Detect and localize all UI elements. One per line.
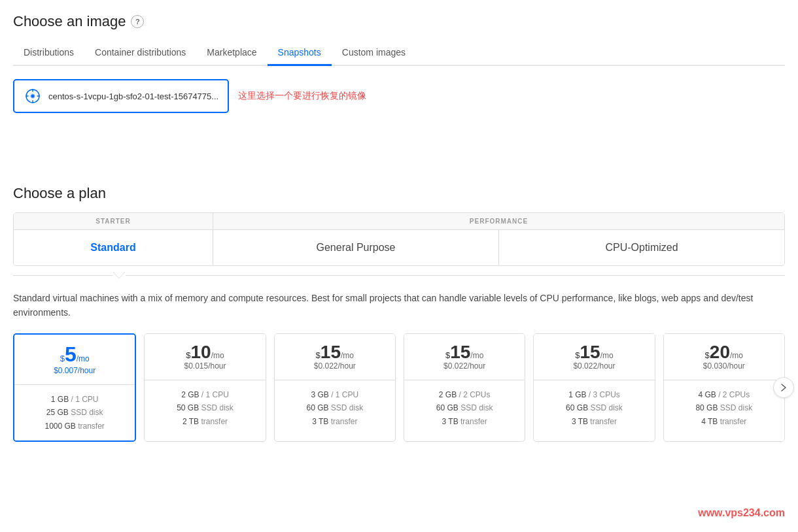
tab-container[interactable]: Container distributions [84, 41, 196, 66]
pricing-card-10[interactable]: $ 10 /mo $0.015/hour 2 GB / 1 CPU 50 GB … [144, 333, 266, 442]
plan-btn-cpu[interactable]: CPU-Optimized [499, 230, 784, 265]
tab-custom[interactable]: Custom images [332, 41, 416, 66]
pricing-card-20[interactable]: $ 20 /mo $0.030/hour 4 GB / 2 CPUs 80 GB… [663, 333, 785, 442]
snapshot-hint: 这里选择一个要进行恢复的镜像 [238, 90, 366, 102]
pricing-card-5[interactable]: $ 5 /mo $0.007/hour 1 GB / 1 CPU 25 GB S… [13, 333, 136, 442]
plan-description: Standard virtual machines with a mix of … [13, 284, 785, 320]
help-icon[interactable]: ? [131, 15, 144, 28]
plan-arrow [113, 269, 126, 282]
choose-plan-title: Choose a plan [13, 185, 785, 202]
plan-btn-general[interactable]: General Purpose [213, 230, 499, 265]
snapshot-icon [24, 87, 42, 105]
snapshot-item[interactable]: centos-s-1vcpu-1gb-sfo2-01-test-15674775… [13, 79, 229, 113]
image-tabs: Distributions Container distributions Ma… [13, 41, 785, 66]
next-arrow-button[interactable] [773, 377, 794, 398]
pricing-card-15b[interactable]: $ 15 /mo $0.022/hour 2 GB / 2 CPUs 60 GB… [404, 333, 525, 442]
pricing-cards: $ 5 /mo $0.007/hour 1 GB / 1 CPU 25 GB S… [13, 333, 785, 442]
plan-divider [13, 266, 785, 284]
svg-point-1 [31, 95, 35, 98]
starter-label: STARTER [14, 213, 213, 229]
choose-image-title: Choose an image ? [13, 13, 785, 30]
tab-distributions[interactable]: Distributions [13, 41, 84, 66]
snapshot-name: centos-s-1vcpu-1gb-sfo2-01-test-15674775… [48, 91, 218, 101]
tab-marketplace[interactable]: Marketplace [196, 41, 267, 66]
tab-snapshots[interactable]: Snapshots [268, 41, 332, 66]
pricing-section: $ 5 /mo $0.007/hour 1 GB / 1 CPU 25 GB S… [13, 333, 785, 442]
plan-buttons-row: Standard General Purpose CPU-Optimized [14, 230, 784, 265]
plan-btn-standard[interactable]: Standard [14, 230, 213, 265]
performance-label: PERFORMANCE [213, 213, 784, 229]
plan-labels-row: STARTER PERFORMANCE [14, 213, 784, 230]
pricing-card-15c[interactable]: $ 15 /mo $0.022/hour 1 GB / 3 CPUs 60 GB… [533, 333, 655, 442]
title-text: Choose an image [13, 13, 126, 30]
plan-tabs-container: STARTER PERFORMANCE Standard General Pur… [13, 212, 785, 266]
pricing-card-15a[interactable]: $ 15 /mo $0.022/hour 3 GB / 1 CPU 60 GB … [274, 333, 396, 442]
snapshot-row: centos-s-1vcpu-1gb-sfo2-01-test-15674775… [13, 79, 785, 113]
